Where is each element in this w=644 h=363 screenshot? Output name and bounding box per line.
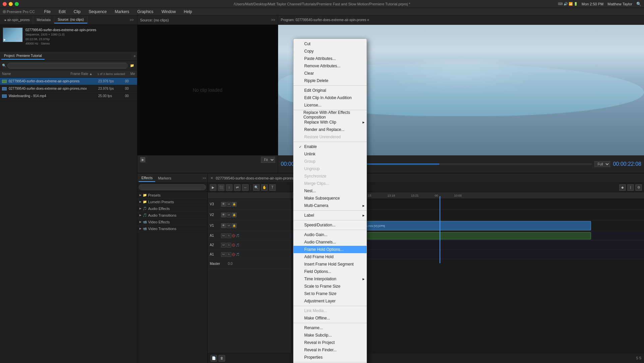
tab-arrow[interactable]: >> — [128, 18, 136, 22]
project-item-2[interactable]: Wakeboarding - 914.mp4 25.00 fps 00 — [0, 92, 137, 100]
track-mute-v3[interactable]: M — [227, 202, 231, 207]
source-arrows[interactable]: >> — [271, 18, 275, 22]
ctx-insert-frame-hold[interactable]: Insert Frame Hold Segment — [294, 261, 367, 268]
program-scrubbar[interactable] — [329, 163, 592, 165]
menu-clip[interactable]: Clip — [72, 9, 82, 15]
track-lock-v3[interactable]: 🔒 — [232, 202, 237, 207]
ctx-adjustment-layer[interactable]: Adjustment Layer — [294, 297, 367, 305]
ctx-multi-camera[interactable]: Multi-Camera — [294, 202, 367, 209]
ctx-remove-attributes[interactable]: Remove Attributes... — [294, 62, 367, 70]
track-eye-v1[interactable]: 👁 — [221, 223, 226, 228]
effects-arrows[interactable]: >> — [202, 176, 206, 180]
ctx-time-interpolation[interactable]: Time Interpolation — [294, 275, 367, 283]
close-button[interactable] — [3, 2, 7, 6]
effects-cat-video-effects[interactable]: ▶ 📹 Video Effects — [137, 219, 207, 225]
ctx-nest[interactable]: Nest... — [294, 187, 367, 195]
track-eye-v2[interactable]: 👁 — [221, 213, 226, 217]
ctx-replace-clip[interactable]: Replace With Clip — [294, 119, 367, 126]
ctx-add-frame-hold[interactable]: Add Frame Hold — [294, 253, 367, 261]
ctx-make-subsequence[interactable]: Make Subsequence — [294, 195, 367, 202]
ctx-edit-original[interactable]: Edit Original — [294, 87, 367, 94]
ctx-clear[interactable]: Clear — [294, 70, 367, 77]
ctx-make-subclip[interactable]: Make Subclip... — [294, 332, 367, 339]
project-tab[interactable]: Project: Premiere Tutorial — [1, 53, 45, 60]
delete-btn[interactable]: 🗑 — [218, 355, 225, 362]
ctx-set-to-frame[interactable]: Set to Frame Size — [294, 290, 367, 297]
ctx-reveal-finder[interactable]: Reveal in Finder... — [294, 346, 367, 354]
ctx-cut[interactable]: Cut — [294, 40, 367, 48]
tab-markers[interactable]: Markers — [155, 175, 174, 182]
ctx-replace-ae[interactable]: Replace With After Effects Composition — [294, 111, 367, 119]
ctx-render-replace[interactable]: Render and Replace... — [294, 126, 367, 133]
tab-source[interactable]: Source: (no clips) — [54, 16, 87, 23]
track-mute-a1[interactable]: M — [221, 233, 226, 238]
ctx-field-options[interactable]: Field Options... — [294, 268, 367, 275]
ctx-label[interactable]: Label — [294, 212, 367, 219]
window-controls[interactable] — [3, 2, 19, 6]
new-bin-button[interactable]: 📁 — [129, 63, 135, 69]
tl-keyframe-btn[interactable]: ◆ — [619, 184, 626, 191]
effects-search-input[interactable] — [139, 184, 206, 190]
ctx-unlink[interactable]: Unlink — [294, 150, 367, 158]
tl-text-btn[interactable]: T — [269, 184, 276, 191]
ctx-paste-attributes[interactable]: Paste Attributes... — [294, 55, 367, 62]
tl-hand-btn[interactable]: ✋ — [261, 184, 268, 191]
project-menu-icon[interactable]: ≡ — [134, 54, 136, 58]
ctx-enable[interactable]: ✓Enable — [294, 143, 367, 150]
effects-cat-audio-effects[interactable]: ▶ 🎵 Audio Effects — [137, 205, 207, 212]
ctx-properties[interactable]: Properties — [294, 354, 367, 361]
effects-cat-presets[interactable]: ▶ 📁 Presets — [137, 192, 207, 199]
menu-help[interactable]: Help — [183, 9, 194, 15]
search-icon[interactable]: 🔍 — [636, 2, 641, 6]
program-full-dropdown[interactable]: Full — [594, 161, 610, 167]
ctx-audio-channels[interactable]: Audio Channels... — [294, 238, 367, 246]
menu-file[interactable]: File — [43, 9, 52, 15]
ctx-frame-hold-options[interactable]: Frame Hold Options... — [294, 246, 367, 253]
tab-effects[interactable]: Effects — [139, 174, 155, 182]
track-solo-a1[interactable]: S — [227, 233, 231, 238]
ctx-scale-to-frame[interactable]: Scale to Frame Size — [294, 283, 367, 290]
track-mute-a2[interactable]: M — [221, 243, 226, 247]
tl-zoom-btn[interactable]: 🔍 — [253, 184, 260, 191]
ctx-license[interactable]: License... — [294, 101, 367, 109]
new-item-btn[interactable]: 📄 — [210, 355, 217, 362]
playhead[interactable] — [440, 196, 440, 263]
ctx-ripple-delete[interactable]: Ripple Delete — [294, 77, 367, 84]
tab-metadata[interactable]: Metadata — [33, 17, 54, 23]
maximize-button[interactable] — [15, 2, 19, 6]
tab-airspin[interactable]: ▸ air-spin_prores — [1, 17, 33, 23]
close-timeline-icon[interactable]: ✕ — [210, 176, 213, 180]
tl-add-marker-btn[interactable]: | — [627, 184, 634, 191]
menu-sequence[interactable]: Sequence — [87, 9, 108, 15]
ctx-rename[interactable]: Rename... — [294, 324, 367, 332]
track-eye-v3[interactable]: 👁 — [221, 202, 226, 207]
tl-ripple-btn[interactable]: ↕ — [226, 184, 233, 191]
effects-cat-video-transitions[interactable]: ▶ 📹 Video Transitions — [137, 225, 207, 232]
ctx-reveal-project[interactable]: Reveal in Project — [294, 339, 367, 346]
track-solo-a1b[interactable]: S — [227, 252, 231, 257]
menu-graphics[interactable]: Graphics — [136, 9, 155, 15]
tl-settings-btn[interactable]: ⚙ — [635, 184, 642, 191]
menu-markers[interactable]: Markers — [114, 9, 131, 15]
play-icon[interactable]: ▶ — [4, 38, 6, 41]
track-mute-a1b[interactable]: M — [221, 252, 226, 257]
track-mute-v2[interactable]: M — [227, 213, 231, 217]
menu-edit[interactable]: Edit — [57, 9, 67, 15]
tl-roll-btn[interactable]: ⇄ — [234, 184, 241, 191]
ctx-copy[interactable]: Copy — [294, 48, 367, 55]
track-lock-v2[interactable]: 🔒 — [232, 213, 237, 217]
tl-step-btn[interactable]: ⬛ — [218, 184, 224, 191]
effects-cat-audio-transitions[interactable]: ▶ 🎵 Audio Transitions — [137, 212, 207, 219]
tl-play-btn[interactable]: ▶ — [210, 184, 216, 191]
ctx-edit-audition[interactable]: Edit Clip In Adobe Audition — [294, 94, 367, 101]
ctx-speed-duration[interactable]: Speed/Duration... — [294, 221, 367, 229]
ctx-make-offline[interactable]: Make Offline... — [294, 314, 367, 322]
source-fit-dropdown[interactable]: Fit — [261, 157, 275, 163]
project-item-1[interactable]: 027799540-surfer-does-extreme-air-spin-p… — [0, 85, 137, 92]
track-solo-a2[interactable]: S — [227, 243, 231, 247]
minimize-button[interactable] — [9, 2, 13, 6]
track-mute-v1[interactable]: M — [227, 223, 231, 228]
project-item-0[interactable]: 027799540-surfer-does-extreme-air-spin-p… — [0, 78, 137, 85]
effects-cat-lumetri[interactable]: ▶ 📁 Lumetri Presets — [137, 199, 207, 205]
project-search-input[interactable] — [7, 63, 128, 69]
